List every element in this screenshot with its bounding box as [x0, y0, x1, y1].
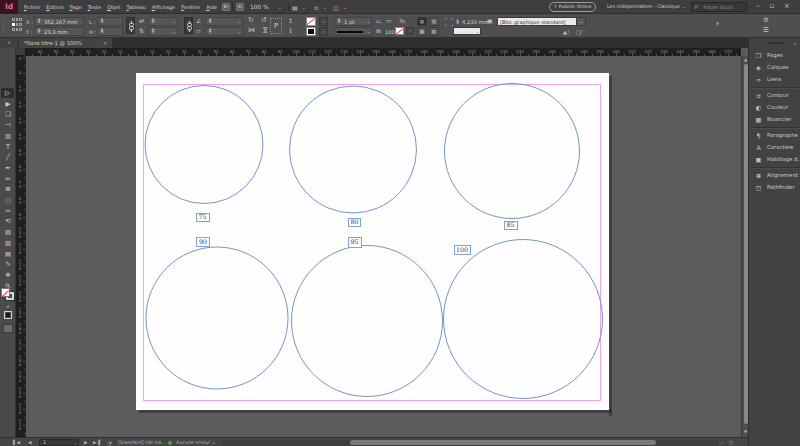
diameter-label-85[interactable]: 85 [504, 221, 518, 230]
corner-shape-select[interactable]: ⌄ [453, 27, 481, 35]
height-field[interactable]: ▲▼ [97, 27, 123, 36]
y-stepper[interactable]: ▲▼ [36, 28, 42, 34]
menu-fichier[interactable]: Fichier [21, 4, 43, 10]
y-position-field[interactable]: ▲▼ 23,3 mm [34, 27, 84, 36]
dock-item-couleur[interactable]: ◐Couleur [749, 102, 800, 113]
rotate-cw-icon[interactable]: ↻ [248, 16, 254, 24]
scale-y-caret-icon[interactable]: ⌄ [173, 29, 176, 34]
document-tab[interactable]: *Sans titre-1 @ 100% [19, 38, 112, 48]
reference-point-5[interactable] [19, 23, 22, 26]
control-panel-gear-icon[interactable]: ⚙ [763, 16, 769, 24]
stepper-down-icon[interactable]: ▼ [207, 21, 213, 24]
wrap-jump-object-button[interactable]: ▧ [429, 27, 439, 36]
x-stepper[interactable]: ▲▼ [36, 18, 42, 24]
view-options-icon[interactable]: ▤ [292, 4, 298, 11]
swap-swatches-icon[interactable]: ⇄ [0, 304, 16, 310]
page-number-field[interactable]: 1 ⌄ [39, 439, 79, 446]
direct-selection-tool[interactable]: ▶ [0, 99, 16, 109]
stepper-down-icon[interactable]: ▼ [455, 22, 460, 25]
diameter-label-90[interactable]: 90 [196, 237, 210, 247]
stroke-weight-field[interactable]: ▲▼ 1 pt ⌄ [334, 17, 372, 26]
corner-radius-value[interactable]: 4,233 mm [462, 19, 489, 25]
dock-expand-icon[interactable]: « [791, 39, 799, 47]
pencil-tool[interactable]: ✏ [0, 174, 16, 184]
select-previous-object-icon[interactable]: ↧ [288, 27, 293, 35]
wrap-object-shape-button[interactable]: ▦ [417, 27, 427, 36]
stepper-down-icon[interactable]: ▼ [36, 31, 42, 34]
select-next-object-icon[interactable]: ↥ [288, 17, 293, 25]
formatting-affects-container-button[interactable] [4, 311, 12, 319]
menu-edition[interactable]: Edition [43, 4, 66, 10]
stroke-color-swatch[interactable] [306, 27, 316, 36]
circle-80[interactable] [290, 86, 417, 213]
preflight-status[interactable]: Aucune erreur ⌄ [176, 438, 215, 446]
workspace-switcher[interactable]: Les indispensables - Classique ⌄ [607, 4, 685, 9]
stepper-down-icon[interactable]: ▼ [36, 21, 42, 24]
document-tab-close-icon[interactable]: × [100, 38, 110, 48]
scale-x-stepper[interactable]: ▲▼ [150, 18, 156, 24]
stepper-down-icon[interactable]: ▼ [99, 31, 105, 34]
last-page-button[interactable]: ▶▐ [93, 439, 100, 446]
window-minimize-button[interactable]: – [752, 0, 764, 13]
corner-radius-stepper[interactable]: ▲▼ [455, 19, 460, 25]
fill-color-swatch[interactable] [306, 17, 316, 26]
page-tool[interactable]: ❏ [0, 109, 16, 119]
selection-tool[interactable]: ▷ [1, 88, 14, 98]
dock-item-alignement[interactable]: ≣Alignement [749, 170, 800, 181]
gradient-feather-tool[interactable]: ▨ [0, 238, 16, 248]
pen-tool[interactable]: ✒ [0, 163, 16, 173]
preflight-profile-select[interactable]: [Standard] (de tra... ⌄ [118, 438, 171, 446]
vertical-scrollbar-thumb[interactable] [744, 64, 748, 424]
gradient-swatch-tool[interactable]: ▧ [0, 227, 16, 237]
gap-tool[interactable]: ⊣ [0, 120, 16, 130]
ellipse-tool[interactable]: ○ [0, 195, 16, 205]
reference-point-8[interactable] [19, 28, 22, 31]
reference-point-1[interactable] [16, 18, 19, 21]
dock-item-pathfinder[interactable]: ◫Pathfinder [749, 182, 800, 193]
corner-effects-icon[interactable]: ▫, [376, 17, 382, 25]
stock-search-input[interactable]: ⚲ Adobe Stock [691, 2, 747, 12]
first-page-button[interactable]: ▌◀ [13, 439, 20, 446]
diameter-label-100[interactable]: 100 [454, 245, 471, 255]
horizontal-ruler[interactable]: 6050403020100102030405060708090100110120… [26, 48, 741, 56]
type-tool[interactable]: T [0, 142, 16, 152]
stroke-weight-stepper[interactable]: ▲▼ [336, 18, 342, 24]
flip-horizontal-icon[interactable]: ⋈ [248, 26, 255, 34]
scissors-tool[interactable]: ✂ [0, 206, 16, 216]
screen-mode-button[interactable] [3, 324, 13, 333]
free-transform-tool[interactable]: ⟲ [0, 216, 16, 226]
stroke-type-caret-icon[interactable]: ⌄ [367, 29, 370, 34]
stock-button[interactable]: St [236, 3, 244, 11]
constrain-dimensions-link-icon[interactable] [126, 17, 135, 34]
rotation-stepper[interactable]: ▲▼ [207, 18, 213, 24]
horizontal-scrollbar-thumb[interactable] [350, 440, 656, 445]
next-page-button[interactable]: ▶ [84, 439, 88, 446]
circle-85[interactable] [445, 84, 580, 219]
shear-caret-icon[interactable]: ⌄ [238, 29, 241, 34]
shear-angle-field[interactable]: ▲▼ ⌄ [205, 27, 243, 36]
window-close-button[interactable]: × [781, 0, 793, 13]
vertical-ruler[interactable]: 1 001 02 03 04 05 06 07 08 09 01 0 01 1 … [16, 56, 26, 437]
stepper-down-icon[interactable]: ▼ [150, 31, 156, 34]
dock-item-nuancier[interactable]: ▦Nuancier [749, 114, 800, 125]
publish-online-button[interactable]: ↑ Publish Online [549, 2, 596, 12]
object-style-select[interactable]: [Bloc graphique standard] ⌄ [497, 17, 586, 26]
window-maximize-button[interactable]: ▫ [766, 0, 778, 13]
width-stepper[interactable]: ▲▼ [99, 18, 105, 24]
quick-apply-icon[interactable]: ▲⤴ [563, 28, 569, 36]
zoom-level-select[interactable]: 100 % [250, 4, 268, 10]
line-tool[interactable]: ╱ [0, 152, 16, 162]
menu-texte[interactable]: Texte [85, 4, 104, 10]
quick-apply-lightning-icon[interactable]: ⚡ [715, 20, 720, 28]
rotation-caret-icon[interactable]: ⌄ [238, 19, 241, 24]
content-collector-tool[interactable]: ▥ [0, 131, 16, 141]
dock-item-paragraphe[interactable]: ¶Paragraphe [749, 130, 800, 141]
preflight-icon[interactable]: ◔ [107, 439, 112, 446]
fill-options-button[interactable]: › [319, 17, 328, 26]
previous-page-button[interactable]: ◀ [28, 439, 32, 446]
screen-mode-caret-icon[interactable]: ⌄ [323, 5, 327, 10]
diameter-label-75[interactable]: 75 [196, 213, 210, 222]
effect-color-swatch[interactable] [395, 27, 404, 35]
screen-mode-icon[interactable]: ⎊ [314, 4, 319, 12]
reference-point-3-selected[interactable] [12, 23, 15, 26]
